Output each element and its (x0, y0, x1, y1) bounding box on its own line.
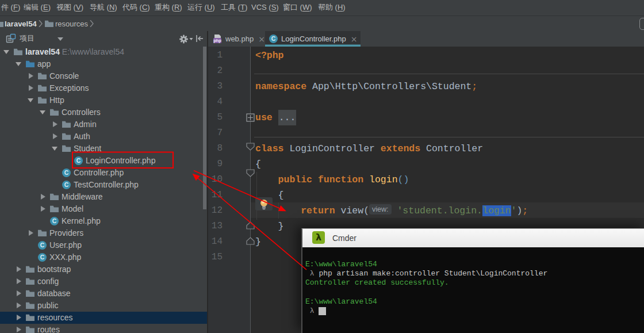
intention-bulb-background[interactable] (255, 197, 273, 210)
tree-item-resources[interactable]: resources (0, 312, 207, 324)
collapsed-arrow-icon (28, 73, 33, 79)
fold-marker-icon[interactable] (246, 143, 255, 151)
menu-item[interactable]: 帮助 (H) (318, 0, 346, 15)
tree-item-label: config (37, 275, 59, 288)
menu-item[interactable]: 运行 (U) (187, 0, 215, 15)
tree-item-bootstrap[interactable]: bootstrap (0, 263, 207, 275)
tree-item-admin[interactable]: Admin (0, 118, 207, 131)
tree-item-label: Exceptions (49, 82, 89, 94)
terminal-output[interactable]: E:\www\laravel54 λ php artisan make:cont… (301, 247, 644, 333)
tree-item-routes[interactable]: routes (0, 324, 207, 333)
tree-item-exceptions[interactable]: Exceptions (0, 82, 207, 94)
line-number: 4 (208, 94, 223, 110)
breadcrumb-item[interactable]: resources (55, 16, 88, 31)
phpstorm-window: 件 (F)编辑 (E)视图 (V)导航 (N)代码 (C)重构 (R)运行 (U… (0, 0, 644, 333)
menu-item[interactable]: 导航 (N) (90, 0, 117, 15)
tree-item-database[interactable]: database (0, 288, 207, 300)
line-number: 12 (208, 203, 223, 219)
project-panel-title[interactable]: 项目 (20, 31, 34, 46)
tree-item-controllers[interactable]: Controllers (0, 106, 207, 118)
folder-icon (14, 48, 22, 55)
tree-item-model[interactable]: Model (0, 203, 207, 215)
breadcrumb-right-button[interactable] (639, 18, 644, 30)
folder-icon (26, 60, 34, 67)
gear-icon[interactable] (179, 35, 193, 44)
collapsed-arrow-icon (16, 315, 21, 320)
folder-icon (38, 85, 47, 91)
hide-panel-icon[interactable] (195, 35, 204, 43)
breadcrumb-item[interactable]: laravel54 (5, 16, 37, 31)
tree-item-testcontroller-php[interactable]: CTestController.php (0, 179, 207, 191)
tree-item-label: database (37, 288, 71, 300)
collapsed-arrow-icon (16, 266, 21, 272)
php-file-icon: php (213, 35, 222, 44)
fold-marker-icon[interactable] (246, 237, 255, 246)
svg-text:C: C (40, 254, 45, 261)
code-separator-line (254, 137, 644, 137)
folded-code-chip: ... (278, 110, 297, 125)
folder-icon (45, 20, 53, 27)
folder-icon (62, 133, 71, 140)
lightbulb-icon (259, 199, 269, 210)
tree-item-label: app (37, 58, 51, 70)
line-number: 13 (208, 219, 223, 234)
menu-item[interactable]: 编辑 (E) (24, 0, 51, 15)
tree-item-config[interactable]: config (0, 275, 207, 288)
fold-marker-icon[interactable] (246, 113, 255, 122)
collapsed-arrow-icon (28, 85, 33, 91)
php-class-icon: C (38, 253, 47, 262)
code-line-10: public function login() (255, 172, 409, 187)
terminal-line: Controller created successfully. (305, 278, 547, 288)
project-tree: laravel54 E:\www\laravel54appConsoleExce… (0, 46, 207, 333)
folder-icon (62, 145, 71, 152)
tree-item-kernel-php[interactable]: CKernel.php (0, 215, 207, 227)
editor-tab-logincontroller-php[interactable]: CLoginController.php× (265, 31, 361, 47)
tree-item-laravel54[interactable]: laravel54 E:\www\laravel54 (0, 46, 207, 58)
collapsed-arrow-icon (16, 290, 21, 296)
expanded-arrow-icon (3, 49, 9, 55)
code-line-8: class LoginController extends Controller (255, 141, 483, 156)
tree-item-controller-php[interactable]: CController.php (0, 167, 207, 179)
menu-item[interactable]: 窗口 (W) (283, 0, 312, 15)
svg-text:C: C (76, 157, 81, 164)
line-number: 2 (208, 63, 223, 79)
tree-item-public[interactable]: public (0, 300, 207, 312)
menu-item[interactable]: 件 (F) (1, 0, 20, 15)
code-line-3: namespace App\Http\Controllers\Student; (255, 79, 477, 94)
menu-item[interactable]: 重构 (R) (155, 0, 182, 15)
fold-marker-icon[interactable] (246, 169, 255, 178)
code-line-9: { (255, 156, 261, 172)
php-class-icon: C (38, 241, 47, 250)
editor-tab-web-php[interactable]: phpweb.php× (209, 31, 265, 47)
menu-item[interactable]: 视图 (V) (56, 0, 83, 15)
terminal-line: λ (305, 307, 547, 316)
code-line-12: return view(view: 'student.login.login')… (255, 203, 528, 219)
collapsed-arrow-icon (16, 303, 21, 308)
close-tab-icon[interactable]: × (258, 35, 265, 44)
folder-icon (50, 193, 59, 200)
tree-item-auth[interactable]: Auth (0, 131, 207, 143)
svg-text:C: C (64, 181, 69, 188)
cmder-title-bar[interactable]: λ Cmder (301, 228, 644, 248)
tree-item-http[interactable]: Http (0, 94, 207, 106)
tree-item-middleware[interactable]: Middleware (0, 191, 207, 203)
menu-item[interactable]: 工具 (T) (221, 0, 247, 15)
folder-icon (26, 314, 34, 321)
close-tab-icon[interactable]: × (351, 35, 358, 44)
tree-item-logincontroller-php[interactable]: CLoginController.php (0, 155, 207, 167)
menu-item[interactable]: VCS (S) (251, 0, 279, 15)
fold-marker-icon[interactable] (246, 221, 255, 230)
tree-item-label: routes (37, 324, 60, 333)
tree-item-console[interactable]: Console (0, 70, 207, 82)
menu-item[interactable]: 代码 (C) (122, 0, 150, 15)
tree-item-student[interactable]: Student (0, 143, 207, 155)
svg-text:C: C (52, 217, 57, 224)
tree-item-label: Auth (74, 131, 90, 143)
tree-item-xxx-php[interactable]: CXXX.php (0, 251, 207, 263)
chevron-down-icon[interactable] (57, 37, 63, 41)
folder-icon (50, 205, 59, 212)
tree-scrollbar[interactable] (203, 47, 206, 209)
tree-item-app[interactable]: app (0, 58, 207, 70)
tree-item-user-php[interactable]: CUser.php (0, 239, 207, 251)
tree-item-providers[interactable]: Providers (0, 227, 207, 239)
